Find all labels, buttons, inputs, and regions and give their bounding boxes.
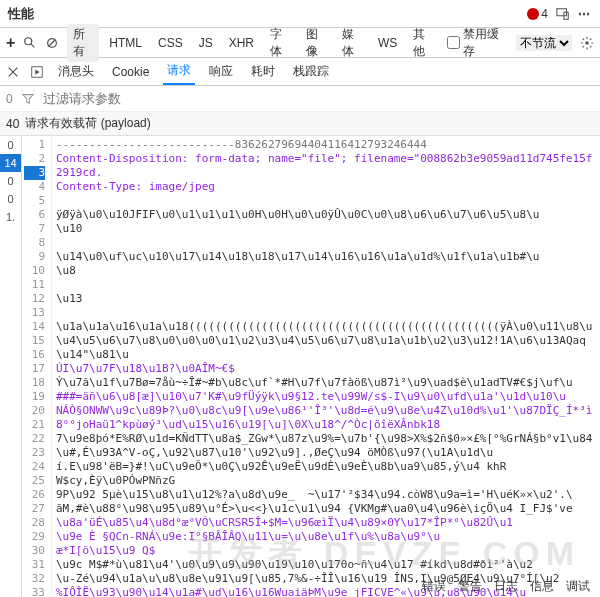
code-line: 8°°joHaü1^kpùøý³\ud\u15\u16\u19[\u]\0X\u… (56, 418, 596, 432)
code-line: ÚI\u7\u7F\u18\u1B?\u0AÎM~€$ (56, 362, 596, 376)
filter-params-input[interactable] (43, 91, 594, 106)
filter-funnel-icon[interactable] (21, 92, 35, 106)
filter-ws[interactable]: WS (372, 34, 403, 52)
code-line: W$cy,Èÿ\u0PÓwPNñzG (56, 474, 596, 488)
tab-timings[interactable]: 耗时 (247, 59, 279, 84)
code-line: \u13 (56, 292, 596, 306)
console-errors[interactable]: 错误 (422, 578, 446, 595)
svg-point-2 (25, 37, 32, 44)
code-line: \u8 (56, 264, 596, 278)
svg-line-3 (31, 43, 35, 47)
console-logs[interactable]: 日志 (494, 578, 518, 595)
code-line: NÁÒ§ONWW\u9c\u89Þ?\u0\u8c\u9[\u9e\u86¹'Î… (56, 404, 596, 418)
filter-js[interactable]: JS (193, 34, 219, 52)
left-rail: 0 14 0 0 1. (0, 136, 22, 597)
disable-cache-checkbox[interactable]: 禁用缓存 (447, 26, 508, 60)
filter-xhr[interactable]: XHR (223, 34, 260, 52)
error-dot-icon (527, 8, 539, 20)
code-line: \u9c M$#*ù\u81\u4'\u0\u9\u9\u90\u19\u10\… (56, 558, 596, 572)
filter-html[interactable]: HTML (103, 34, 148, 52)
more-menu-icon[interactable]: ⋯ (578, 7, 592, 21)
svg-point-6 (585, 41, 589, 45)
filter-images[interactable]: 图像 (300, 24, 332, 62)
playback-icon[interactable] (30, 65, 44, 79)
code-line: ---------------------------8362627969440… (56, 138, 596, 152)
filter-fonts[interactable]: 字体 (264, 24, 296, 62)
tab-request[interactable]: 请求 (163, 58, 195, 85)
block-icon[interactable] (45, 36, 59, 50)
code-line: \u10 (56, 222, 596, 236)
panel-title: 性能 (8, 5, 527, 23)
code-line: í.E\u98'ëB=}#!\uC\u9eÕ*\u0Ç\u92Ê\u9eË\u9… (56, 460, 596, 474)
code-line: Content-Type: image/jpeg (56, 180, 596, 194)
close-panel-icon[interactable] (6, 65, 20, 79)
line-number-gutter: 1234567891011121314151617181920212223242… (22, 136, 52, 597)
filter-css[interactable]: CSS (152, 34, 189, 52)
code-line: 9P\u92 5µè\u15\u8\u1\u12%?a\u8d\u9e_ ~\u… (56, 488, 596, 502)
code-line: Ý\u7ã\u1f\u7Bø=7åù~÷Î#~#b\u8c\uf`*#H\u7f… (56, 376, 596, 390)
console-warnings[interactable]: 警告 (458, 578, 482, 595)
error-count: 4 (541, 7, 548, 21)
filter-other[interactable]: 其他 (407, 24, 439, 62)
console-debug[interactable]: 调试 (566, 578, 590, 595)
throttle-select[interactable]: 不节流 (516, 35, 572, 51)
code-line: ãM,#è\u88°\u98\u95\u89\u°É>\u<<}\u1c\u1\… (56, 502, 596, 516)
payload-title: 请求有效载荷 (payload) (25, 115, 150, 132)
tab-headers[interactable]: 消息头 (54, 59, 98, 84)
console-info[interactable]: 信息 (530, 578, 554, 595)
filter-all[interactable]: 所有 (67, 24, 99, 62)
code-line: \u9e È §QCn-RNÁ\u9e:I°§BÂÎÂQ\u11\u=\u\u8… (56, 530, 596, 544)
code-line: ÿØÿà\u0\u10JFIF\u0\u1\u1\u1\u0H\u0H\u0\u… (56, 208, 596, 222)
tab-response[interactable]: 响应 (205, 59, 237, 84)
tab-cookie[interactable]: Cookie (108, 61, 153, 83)
code-line: \u#,É\u93A^V-oÇ,\u92\u87\u10'\u92\u9].,Ø… (56, 446, 596, 460)
code-line (56, 278, 596, 292)
code-line: \u1a\u1a\u16\u1a\u18((((((((((((((((((((… (56, 320, 596, 334)
settings-icon[interactable] (580, 36, 594, 50)
code-line (56, 306, 596, 320)
code-line: Content-Disposition: form-data; name="fi… (56, 152, 596, 180)
payload-prefix: 40 (6, 117, 19, 131)
code-line: \u4\u5\u6\u7\u8\u0\u0\u0\u1\u2\u3\u4\u5\… (56, 334, 596, 362)
code-line: \u8a'üÉ\u85\u4\u8d°æ°VÕ\uCRSR5Î+$M=\u96œ… (56, 516, 596, 530)
error-badge[interactable]: 4 (527, 7, 548, 21)
add-request-icon[interactable]: + (6, 34, 15, 52)
code-line: æ*I[õ\u15\u9 Q$ (56, 544, 596, 558)
code-line: 7\u9e8þó*E%RØ\u1d=KÑdTT\u8a$_ZGw*\u87z\u… (56, 432, 596, 446)
code-content: ---------------------------8362627969440… (52, 136, 600, 597)
disable-cache-label: 禁用缓存 (463, 26, 508, 60)
param-count: 0 (6, 92, 13, 106)
tab-stack[interactable]: 栈跟踪 (289, 59, 333, 84)
svg-line-5 (49, 39, 56, 46)
code-line (56, 236, 596, 250)
search-icon[interactable] (23, 36, 37, 50)
devices-icon[interactable] (556, 7, 570, 21)
disable-cache-input[interactable] (447, 36, 460, 49)
filter-media[interactable]: 媒体 (336, 24, 368, 62)
code-line: ###=äñ\u6\u8[æ]\u10\u7'K#\u9fÜýÿk\u9§12.… (56, 390, 596, 404)
code-line: \u14\u0\uf\uc\u10\u17\u14\u18\u18\u17\u1… (56, 250, 596, 264)
code-line (56, 194, 596, 208)
